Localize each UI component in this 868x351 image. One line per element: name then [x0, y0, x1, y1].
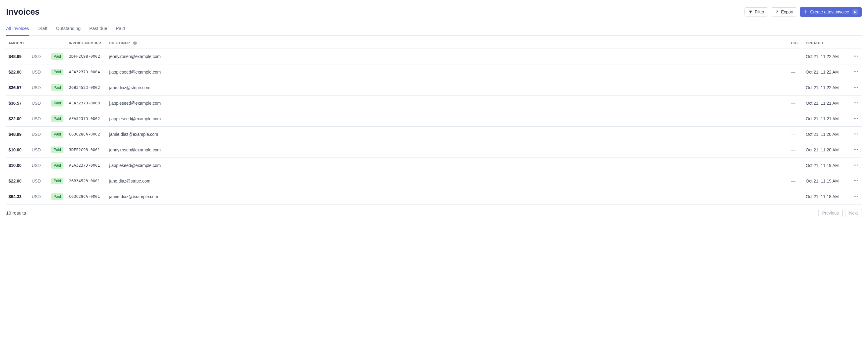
created-cell: Oct 21, 11:21 AM: [803, 111, 849, 127]
due-cell: —: [789, 95, 803, 111]
more-cell: [849, 158, 862, 173]
amount-cell: $36.57: [6, 80, 29, 95]
next-button[interactable]: Next: [845, 209, 862, 217]
table-row[interactable]: $22.00USDPaidAEA3237D-0004j.appleseed@ex…: [6, 64, 862, 80]
row-actions-button[interactable]: [851, 52, 860, 61]
more-cell: [849, 80, 862, 95]
svg-point-5: [857, 71, 858, 72]
due-cell: —: [789, 49, 803, 64]
svg-point-19: [856, 149, 857, 150]
status-badge: Paid: [51, 193, 63, 200]
customer-cell: j.appleseed@example.com: [107, 64, 789, 80]
table-row[interactable]: $10.00USDPaidAEA3237D-0001j.appleseed@ex…: [6, 158, 862, 173]
customer-cell: j.appleseed@example.com: [107, 95, 789, 111]
currency-cell: USD: [29, 80, 49, 95]
tab-draft[interactable]: Draft: [37, 23, 48, 36]
filter-button[interactable]: Filter: [744, 7, 768, 17]
more-cell: [849, 49, 862, 64]
svg-point-7: [856, 87, 857, 88]
more-horizontal-icon: [854, 116, 858, 122]
col-due-header: Due: [789, 36, 803, 49]
create-test-invoice-button[interactable]: Create a test invoice N: [800, 7, 862, 17]
created-cell: Oct 21, 11:20 AM: [803, 142, 849, 158]
more-horizontal-icon: [854, 178, 858, 184]
more-cell: [849, 64, 862, 80]
svg-point-24: [854, 180, 855, 181]
amount-cell: $48.99: [6, 127, 29, 142]
due-cell: —: [789, 64, 803, 80]
status-badge: Paid: [51, 100, 63, 107]
tab-outstanding[interactable]: Outstanding: [56, 23, 81, 36]
due-cell: —: [789, 111, 803, 127]
svg-point-26: [857, 180, 858, 181]
svg-point-11: [857, 102, 858, 103]
more-cell: [849, 189, 862, 204]
more-cell: [849, 142, 862, 158]
export-icon: [775, 10, 779, 14]
row-actions-button[interactable]: [851, 146, 860, 154]
amount-cell: $10.00: [6, 158, 29, 173]
svg-point-8: [857, 87, 858, 88]
invoice-number-cell: AEA3237D-0002: [66, 111, 107, 127]
row-actions-button[interactable]: [851, 68, 860, 76]
gear-icon[interactable]: [133, 41, 137, 45]
created-cell: Oct 21, 11:18 AM: [803, 189, 849, 204]
svg-point-27: [854, 196, 855, 197]
more-horizontal-icon: [854, 54, 858, 60]
table-row[interactable]: $22.00USDPaidAEA3237D-0002j.appleseed@ex…: [6, 111, 862, 127]
row-actions-button[interactable]: [851, 130, 860, 139]
row-actions-button[interactable]: [851, 83, 860, 92]
col-invoice-number-header: Invoice Number: [66, 36, 107, 49]
created-cell: Oct 21, 11:19 AM: [803, 158, 849, 173]
svg-point-12: [854, 118, 855, 119]
row-actions-button[interactable]: [851, 99, 860, 108]
row-actions-button[interactable]: [851, 114, 860, 123]
table-row[interactable]: $64.33USDPaidC63C28CA-0001jamie.diaz@exa…: [6, 189, 862, 204]
status-badge: Paid: [51, 162, 63, 169]
table-row[interactable]: $48.99USDPaidC63C28CA-0002jamie.diaz@exa…: [6, 127, 862, 142]
currency-cell: USD: [29, 142, 49, 158]
col-amount-header: Amount: [6, 36, 66, 49]
due-cell: —: [789, 142, 803, 158]
table-row[interactable]: $48.99USDPaid3DFF2C98-0002jenny.rosen@ex…: [6, 49, 862, 64]
status-badge: Paid: [51, 53, 63, 60]
table-row[interactable]: $10.00USDPaid3DFF2C98-0001jenny.rosen@ex…: [6, 142, 862, 158]
customer-cell: jane.diaz@stripe.com: [107, 80, 789, 95]
amount-cell: $48.99: [6, 49, 29, 64]
more-horizontal-icon: [854, 69, 858, 75]
svg-point-1: [856, 56, 857, 56]
tabs: All invoicesDraftOutstandingPast duePaid: [6, 23, 862, 36]
tab-paid[interactable]: Paid: [116, 23, 125, 36]
status-cell: Paid: [49, 189, 66, 204]
more-horizontal-icon: [854, 147, 858, 153]
col-more-header: [849, 36, 862, 49]
table-row[interactable]: $22.00USDPaid26B34523-0001jane.diaz@stri…: [6, 173, 862, 189]
row-actions-button[interactable]: [851, 161, 860, 170]
created-cell: Oct 21, 11:19 AM: [803, 173, 849, 189]
status-cell: Paid: [49, 95, 66, 111]
row-actions-button[interactable]: [851, 192, 860, 201]
status-cell: Paid: [49, 158, 66, 173]
row-actions-button[interactable]: [851, 177, 860, 185]
created-cell: Oct 21, 11:22 AM: [803, 80, 849, 95]
created-cell: Oct 21, 11:20 AM: [803, 127, 849, 142]
export-button[interactable]: Export: [771, 7, 797, 17]
col-customer-header: Customer: [107, 36, 789, 49]
currency-cell: USD: [29, 158, 49, 173]
more-cell: [849, 95, 862, 111]
customer-cell: jenny.rosen@example.com: [107, 49, 789, 64]
table-row[interactable]: $36.57USDPaidAEA3237D-0003j.appleseed@ex…: [6, 95, 862, 111]
amount-cell: $64.33: [6, 189, 29, 204]
svg-point-16: [856, 134, 857, 134]
more-cell: [849, 111, 862, 127]
more-horizontal-icon: [854, 131, 858, 137]
status-badge: Paid: [51, 115, 63, 122]
create-label: Create a test invoice: [810, 9, 849, 14]
svg-point-15: [854, 134, 855, 134]
previous-button[interactable]: Previous: [818, 209, 843, 217]
tab-past-due[interactable]: Past due: [89, 23, 107, 36]
svg-point-2: [857, 56, 858, 56]
tab-all-invoices[interactable]: All invoices: [6, 23, 29, 36]
table-row[interactable]: $36.57USDPaid26B34523-0002jane.diaz@stri…: [6, 80, 862, 95]
svg-point-6: [854, 87, 855, 88]
